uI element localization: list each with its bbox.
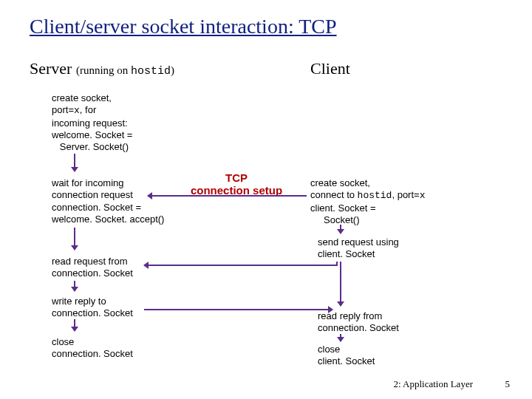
- arrow-tcp-setup: [148, 195, 307, 197]
- page-number: 5: [505, 378, 511, 390]
- c1l2c: , port=: [392, 189, 419, 200]
- arrow-client-1: [340, 225, 341, 233]
- server-hostid: hostid: [131, 65, 171, 78]
- tcpl1: TCP: [185, 171, 288, 184]
- c1l2b: hostid: [358, 190, 392, 201]
- server-box-close: close connection. Socket: [52, 336, 133, 361]
- tcp-label: TCP connection setup: [185, 171, 288, 197]
- b3l2: connection. Socket: [52, 267, 133, 279]
- client-box-read: read reply from connection. Socket: [318, 310, 399, 335]
- c1l3: client. Socket =: [310, 202, 425, 214]
- c1l2: connect to hostid, port=x: [310, 189, 425, 202]
- server-box-write: write reply to connection. Socket: [52, 296, 133, 320]
- c2l1: send request using: [318, 236, 399, 248]
- b1l5: Server. Socket(): [52, 141, 132, 153]
- server-heading: Server (running on hostid): [30, 59, 174, 78]
- arrow-server-4: [74, 319, 75, 331]
- b1l2: port=x, for: [52, 104, 132, 117]
- b1l2c: , for: [80, 104, 96, 115]
- c3l2: connection. Socket: [318, 322, 399, 334]
- c1l1: create socket,: [310, 177, 425, 189]
- arrow-server-2: [74, 228, 75, 250]
- b4l2: connection. Socket: [52, 307, 133, 319]
- arrow-send-request: [144, 265, 336, 266]
- server-box-create: create socket, port=x, for incoming requ…: [52, 92, 132, 153]
- b2l4: welcome. Socket. accept(): [52, 214, 164, 225]
- arrow-send-branch: [336, 262, 338, 266]
- b2l3: connection. Socket =: [52, 202, 164, 214]
- arrow-server-3: [74, 281, 75, 291]
- arrow-write-reply: [144, 309, 332, 310]
- c4l1: close: [318, 344, 375, 355]
- arrow-client-2: [340, 262, 341, 306]
- page-title: Client/server socket interaction: TCP: [30, 15, 337, 38]
- client-heading: Client: [310, 59, 350, 78]
- client-box-send: send request using client. Socket: [318, 236, 399, 261]
- server-sub-end: ): [171, 64, 174, 76]
- c1l2a: connect to: [310, 189, 358, 200]
- server-sub: (running on hostid): [76, 64, 174, 76]
- b1l3: incoming request:: [52, 117, 132, 129]
- c1l2d: x: [420, 190, 426, 201]
- c2l2: client. Socket: [318, 248, 399, 260]
- b5l1: close: [52, 336, 133, 348]
- b3l1: read request from: [52, 256, 133, 267]
- client-box-create: create socket, connect to hostid, port=x…: [310, 177, 425, 226]
- b4l1: write reply to: [52, 296, 133, 307]
- b1l1: create socket,: [52, 92, 132, 104]
- b2l1: wait for incoming: [52, 177, 164, 189]
- footer-text: 2: Application Layer: [393, 378, 473, 390]
- server-box-read: read request from connection. Socket: [52, 256, 133, 280]
- server-heading-text: Server: [30, 59, 72, 78]
- arrow-client-3: [340, 334, 341, 341]
- b1l2b: x: [74, 105, 80, 116]
- b1l2a: port=: [52, 104, 74, 115]
- b1l4: welcome. Socket =: [52, 129, 132, 141]
- b5l2: connection. Socket: [52, 348, 133, 360]
- client-box-close: close client. Socket: [318, 344, 375, 368]
- server-box-wait: wait for incoming connection request con…: [52, 177, 164, 225]
- c1l4: Socket(): [310, 214, 425, 226]
- arrow-server-1: [74, 154, 75, 171]
- c4l2: client. Socket: [318, 355, 375, 367]
- server-sub-pre: (running on: [76, 64, 131, 76]
